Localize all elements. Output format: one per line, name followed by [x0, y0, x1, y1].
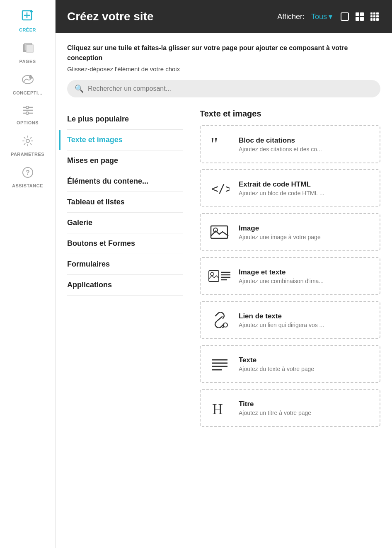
svg-rect-30 — [376, 15, 379, 17]
svg-rect-28 — [370, 15, 373, 17]
afficher-label: Afficher: — [277, 12, 305, 21]
component-extrait-html[interactable]: </> Extrait de code HTML Ajoutez un bloc… — [200, 169, 380, 207]
sidebar-item-creer[interactable]: CRÉER — [0, 4, 55, 36]
svg-rect-22 — [360, 12, 364, 16]
svg-rect-33 — [376, 18, 379, 21]
options-icon — [22, 105, 34, 118]
svg-rect-23 — [356, 17, 359, 21]
page-title: Créez votre site — [67, 10, 277, 23]
extrait-html-info: Extrait de code HTML Ajoutez un bloc de … — [239, 180, 372, 196]
titre-info: Titre Ajoutez un titre à votre page — [239, 400, 372, 416]
assistance-icon: ? — [22, 167, 34, 181]
code-icon: </> — [208, 177, 231, 200]
titre-name: Titre — [239, 400, 372, 408]
image-texte-desc: Ajoutez une combinaison d'ima... — [239, 278, 372, 284]
svg-rect-7 — [26, 45, 34, 52]
heading-icon: H — [208, 396, 231, 419]
bloc-citations-name: Bloc de citations — [239, 136, 372, 145]
creer-icon — [22, 10, 34, 25]
component-image[interactable]: Image Ajoutez une image à votre page — [200, 213, 380, 251]
sidebar: CRÉER PAGES CONCEPTI... — [0, 0, 56, 548]
link-icon — [208, 308, 231, 332]
svg-line-44 — [217, 317, 222, 321]
chevron-down-icon: ▾ — [329, 12, 332, 21]
extrait-html-name: Extrait de code HTML — [239, 180, 372, 189]
bloc-citations-info: Bloc de citations Ajoutez des citations … — [239, 136, 372, 153]
sidebar-item-parametres-label: PARAMÈTRES — [11, 152, 44, 157]
concerti-icon — [22, 74, 34, 88]
component-lien-texte[interactable]: Lien de texte Ajoutez un lien qui dirige… — [200, 301, 380, 339]
afficher-value-text: Tous — [311, 12, 327, 21]
image-texte-info: Image et texte Ajoutez une combinaison d… — [239, 268, 372, 284]
nav-item-galerie[interactable]: Galerie — [67, 213, 183, 233]
view-grid-icon[interactable] — [354, 11, 365, 22]
lien-texte-info: Lien de texte Ajoutez un lien qui dirige… — [239, 312, 372, 328]
main-panel: Créez votre site Afficher: Tous ▾ — [56, 0, 392, 548]
view-icons — [339, 11, 380, 22]
component-titre[interactable]: H Titre Ajoutez un titre à votre page — [200, 389, 380, 427]
afficher-dropdown[interactable]: Tous ▾ — [311, 12, 332, 21]
image-text-icon — [208, 264, 231, 288]
section-title: Texte et images — [200, 109, 380, 119]
pages-icon — [22, 42, 34, 56]
text-lines-icon — [208, 352, 231, 376]
nav-item-texte-images[interactable]: Texte et images — [67, 130, 183, 150]
svg-rect-26 — [373, 12, 375, 15]
nav-item-elements[interactable]: Éléments du contene... — [67, 171, 183, 192]
svg-point-16 — [26, 112, 29, 114]
topbar: Créez votre site Afficher: Tous ▾ — [56, 0, 392, 33]
titre-desc: Ajoutez un titre à votre page — [239, 410, 372, 416]
search-bar[interactable]: 🔍 — [67, 80, 380, 97]
nav-item-boutons[interactable]: Boutons et Formes — [67, 233, 183, 254]
image-icon — [208, 221, 231, 244]
lien-texte-name: Lien de texte — [239, 312, 372, 320]
view-multicolumn-icon[interactable] — [369, 11, 380, 22]
instruction-text: Cliquez sur une tuile et faites-la gliss… — [67, 43, 380, 63]
svg-text:": " — [211, 137, 218, 152]
svg-point-9 — [29, 75, 32, 79]
image-info: Image Ajoutez une image à votre page — [239, 224, 372, 240]
sidebar-item-options[interactable]: OPTIONS — [0, 99, 55, 129]
image-desc: Ajoutez une image à votre page — [239, 234, 372, 240]
content-area: Cliquez sur une tuile et faites-la gliss… — [56, 33, 392, 548]
search-icon: 🔍 — [75, 84, 84, 93]
svg-rect-20 — [341, 13, 348, 20]
parametres-icon — [22, 135, 34, 149]
sidebar-item-parametres[interactable]: PARAMÈTRES — [0, 129, 55, 161]
svg-point-17 — [26, 139, 29, 143]
lien-texte-desc: Ajoutez un lien qui dirigera vos ... — [239, 322, 372, 328]
component-bloc-citations[interactable]: " Bloc de citations Ajoutez des citation… — [200, 125, 380, 163]
svg-text:?: ? — [26, 169, 30, 176]
instruction-sub-text: Glissez-déposez l'élément de votre choix — [67, 65, 380, 73]
image-texte-name: Image et texte — [239, 268, 372, 276]
sidebar-item-pages-label: PAGES — [19, 59, 36, 64]
svg-rect-25 — [370, 12, 373, 15]
search-input[interactable] — [88, 85, 373, 92]
svg-text:</>: </> — [211, 182, 230, 196]
svg-point-39 — [211, 272, 214, 276]
component-texte[interactable]: Texte Ajoutez du texte à votre page — [200, 345, 380, 383]
nav-item-formulaires[interactable]: Formulaires — [67, 254, 183, 275]
view-single-icon[interactable] — [339, 11, 351, 22]
sidebar-item-assistance[interactable]: ? ASSISTANCE — [0, 161, 55, 192]
svg-point-12 — [26, 106, 29, 109]
right-components: Texte et images " Bloc de citations Ajou… — [191, 109, 380, 540]
svg-rect-24 — [360, 17, 364, 21]
sidebar-item-options-label: OPTIONS — [17, 120, 39, 125]
sidebar-item-concerti-label: CONCEPTI... — [13, 90, 43, 95]
svg-rect-27 — [376, 12, 379, 15]
svg-rect-36 — [211, 226, 227, 238]
nav-item-mises-en-page[interactable]: Mises en page — [67, 150, 183, 171]
svg-rect-31 — [370, 18, 373, 21]
topbar-right: Afficher: Tous ▾ — [277, 11, 380, 22]
nav-item-tableau[interactable]: Tableau et listes — [67, 192, 183, 213]
sidebar-item-pages[interactable]: PAGES — [0, 36, 55, 68]
texte-desc: Ajoutez du texte à votre page — [239, 366, 372, 372]
sidebar-item-assistance-label: ASSISTANCE — [12, 183, 43, 188]
svg-rect-38 — [209, 271, 219, 281]
sidebar-item-concerti[interactable]: CONCEPTI... — [0, 68, 55, 99]
bloc-citations-desc: Ajoutez des citations et des co... — [239, 146, 372, 153]
component-image-texte[interactable]: Image et texte Ajoutez une combinaison d… — [200, 257, 380, 295]
nav-item-applications[interactable]: Applications — [67, 275, 183, 296]
nav-item-populaire[interactable]: Le plus populaire — [67, 109, 183, 130]
